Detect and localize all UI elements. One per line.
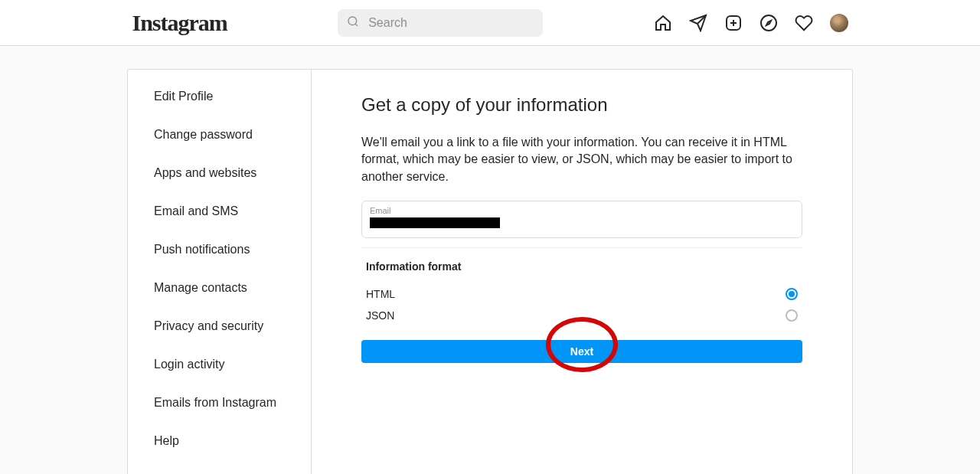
format-option-html[interactable]: HTML xyxy=(361,283,802,305)
top-bar-inner: Instagram xyxy=(117,0,864,45)
email-field[interactable]: Email xyxy=(361,201,802,238)
sidebar-item-manage-contacts[interactable]: Manage contacts xyxy=(128,269,311,307)
next-button[interactable]: Next xyxy=(361,340,802,363)
page-description: We'll email you a link to a file with yo… xyxy=(361,134,802,185)
instagram-logo[interactable]: Instagram xyxy=(132,10,227,36)
sidebar-item-login-activity[interactable]: Login activity xyxy=(128,345,311,384)
sidebar-item-email-sms[interactable]: Email and SMS xyxy=(128,192,311,230)
email-label: Email xyxy=(370,206,794,215)
messenger-icon[interactable] xyxy=(689,14,707,32)
email-value-redacted xyxy=(370,217,500,228)
next-button-wrap: Next xyxy=(361,326,802,363)
radio-html[interactable] xyxy=(786,288,798,300)
nav-icons xyxy=(654,14,848,32)
sidebar-item-emails-from-instagram[interactable]: Emails from Instagram xyxy=(128,384,311,422)
sidebar-item-push-notifications[interactable]: Push notifications xyxy=(128,230,311,269)
svg-point-6 xyxy=(761,15,776,31)
search-wrap xyxy=(338,9,543,37)
page-title: Get a copy of your information xyxy=(361,94,802,116)
radio-json[interactable] xyxy=(786,309,798,322)
sidebar-item-apps-websites[interactable]: Apps and websites xyxy=(128,154,311,192)
content-area: Get a copy of your information We'll ema… xyxy=(312,70,852,474)
home-icon[interactable] xyxy=(654,14,672,32)
format-section-label: Information format xyxy=(366,260,802,273)
top-bar: Instagram xyxy=(0,0,980,46)
explore-icon[interactable] xyxy=(760,14,778,32)
format-option-json[interactable]: JSON xyxy=(361,305,802,326)
sidebar-item-privacy-security[interactable]: Privacy and security xyxy=(128,307,311,345)
activity-icon[interactable] xyxy=(795,14,813,32)
format-option-json-label: JSON xyxy=(366,309,394,322)
svg-line-1 xyxy=(355,24,358,26)
settings-page: Edit Profile Change password Apps and we… xyxy=(127,69,853,474)
settings-sidebar: Edit Profile Change password Apps and we… xyxy=(128,70,312,474)
search-icon xyxy=(347,15,359,31)
format-option-html-label: HTML xyxy=(366,288,395,300)
search-input[interactable] xyxy=(338,9,543,37)
sidebar-item-help[interactable]: Help xyxy=(128,422,311,460)
new-post-icon[interactable] xyxy=(724,14,743,32)
search-box xyxy=(338,9,543,37)
svg-point-0 xyxy=(348,17,357,25)
avatar[interactable] xyxy=(830,14,848,32)
sidebar-item-edit-profile[interactable]: Edit Profile xyxy=(128,77,311,116)
svg-marker-7 xyxy=(766,21,771,25)
sidebar-item-change-password[interactable]: Change password xyxy=(128,116,311,154)
divider xyxy=(361,247,802,248)
